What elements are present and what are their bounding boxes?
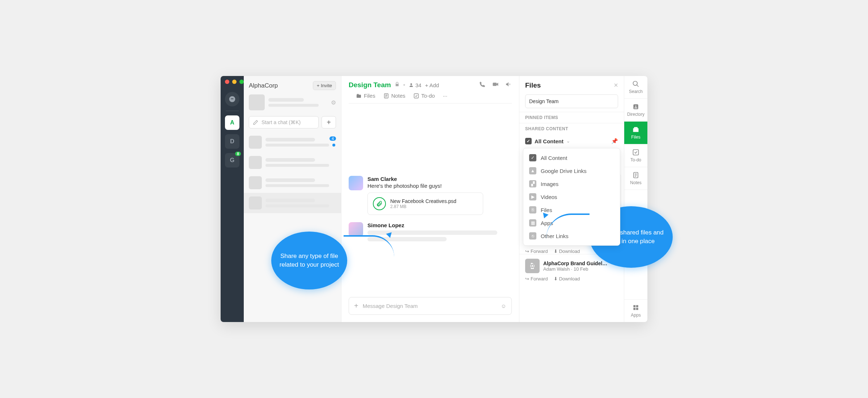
chevron-down-icon: ⌄ bbox=[566, 139, 570, 144]
attachment-size: 2.87 MB bbox=[390, 204, 456, 209]
files-icon bbox=[632, 126, 639, 133]
app-window: A D G 8 AlphaCorp + Invite ⚙ Start a cha… bbox=[221, 76, 647, 322]
rail-apps[interactable]: Apps bbox=[624, 299, 647, 322]
svg-rect-4 bbox=[357, 94, 361, 98]
unread-badge: 4 bbox=[329, 136, 336, 141]
svg-point-2 bbox=[410, 83, 412, 85]
svg-rect-14 bbox=[633, 308, 635, 310]
search-icon bbox=[632, 80, 639, 88]
files-search-input[interactable]: Design Team bbox=[525, 94, 618, 108]
todo-tab-icon bbox=[413, 93, 419, 99]
file-meta: Adam Walsh · 10 Feb bbox=[543, 266, 618, 272]
new-chat-button[interactable]: + bbox=[322, 116, 336, 128]
rail-todo[interactable]: To-do bbox=[624, 144, 647, 167]
current-user-avatar[interactable] bbox=[249, 94, 265, 110]
apps-icon bbox=[632, 304, 639, 311]
filter-option-all[interactable]: ✓All Content bbox=[523, 151, 620, 164]
workspace-rail: A D G 8 bbox=[221, 76, 244, 322]
video-icon[interactable] bbox=[492, 81, 499, 89]
svg-point-7 bbox=[633, 81, 638, 86]
message-text: Here's the photoshop file guys! bbox=[367, 183, 512, 189]
chat-item-active[interactable] bbox=[244, 193, 341, 213]
gear-icon[interactable]: ⚙ bbox=[331, 99, 336, 106]
message-author: Simone Lopez bbox=[367, 222, 512, 228]
callout-share-files: Share any type of file related to your p… bbox=[271, 232, 347, 289]
svg-rect-15 bbox=[636, 308, 638, 310]
pin-icon[interactable]: 📌 bbox=[611, 138, 618, 144]
attachment-name: New Facebook Creatives.psd bbox=[390, 198, 456, 204]
forward-button[interactable]: ↪ Forward bbox=[525, 276, 548, 281]
right-rail: Search Directory Files To-do Notes Apps bbox=[624, 76, 647, 322]
chat-main: Design Team • 34 + Add Files bbox=[341, 76, 519, 322]
message-composer[interactable]: + Message Design Team ☺ bbox=[349, 297, 512, 315]
svg-rect-3 bbox=[493, 83, 497, 86]
call-icon[interactable] bbox=[479, 81, 486, 89]
svg-rect-12 bbox=[633, 305, 635, 307]
composer-add-icon[interactable]: + bbox=[354, 302, 358, 310]
window-controls bbox=[225, 80, 244, 84]
rail-directory[interactable]: Directory bbox=[624, 99, 647, 122]
compose-icon bbox=[253, 119, 259, 125]
emoji-icon[interactable]: ☺ bbox=[501, 303, 506, 309]
attachment-icon bbox=[373, 197, 386, 210]
start-chat-placeholder: Start a chat (⌘K) bbox=[261, 119, 301, 125]
filter-option-videos[interactable]: ▶Videos bbox=[523, 190, 620, 203]
files-panel: Files × Design Team PINNED ITEMS SHARED … bbox=[519, 76, 624, 322]
chat-item[interactable] bbox=[244, 173, 341, 193]
tab-todo[interactable]: To-do bbox=[413, 93, 435, 99]
channel-name[interactable]: Design Team bbox=[349, 81, 391, 89]
svg-rect-1 bbox=[231, 98, 234, 99]
invite-button[interactable]: + Invite bbox=[313, 81, 336, 90]
unread-dot-icon bbox=[332, 144, 335, 147]
shared-section-label: SHARED CONTENT bbox=[519, 123, 624, 134]
workspace-d[interactable]: D bbox=[225, 134, 239, 149]
notes-tab-icon bbox=[383, 93, 389, 99]
workspace-g[interactable]: G 8 bbox=[225, 153, 239, 168]
svg-rect-13 bbox=[636, 305, 638, 307]
chat-item[interactable] bbox=[244, 152, 341, 173]
workspace-badge: 8 bbox=[235, 152, 241, 156]
rail-files[interactable]: Files bbox=[624, 122, 647, 144]
tab-notes[interactable]: Notes bbox=[383, 93, 405, 99]
maximize-window-icon[interactable] bbox=[239, 80, 244, 84]
start-chat-input[interactable]: Start a chat (⌘K) bbox=[249, 116, 319, 128]
forward-button[interactable]: ↪ Forward bbox=[525, 249, 548, 254]
member-count[interactable]: 34 bbox=[409, 82, 421, 88]
rail-notes[interactable]: Notes bbox=[624, 167, 647, 190]
minimize-window-icon[interactable] bbox=[232, 80, 237, 84]
rail-search[interactable]: Search bbox=[624, 76, 647, 99]
close-window-icon[interactable] bbox=[225, 80, 229, 84]
download-button[interactable]: ⬇ Download bbox=[554, 276, 580, 281]
composer-placeholder: Message Design Team bbox=[363, 303, 418, 309]
tab-files[interactable]: Files bbox=[356, 93, 375, 99]
svg-rect-6 bbox=[414, 94, 418, 98]
chat-item[interactable]: 4 bbox=[244, 132, 341, 152]
pdf-icon bbox=[525, 259, 540, 273]
org-name: AlphaCorp bbox=[249, 82, 278, 89]
file-attachment[interactable]: New Facebook Creatives.psd 2.87 MB bbox=[367, 192, 483, 215]
files-panel-title: Files bbox=[525, 81, 541, 89]
filter-option-images[interactable]: ▞Images bbox=[523, 177, 620, 190]
message-author: Sam Clarke bbox=[367, 176, 512, 182]
avatar[interactable] bbox=[349, 222, 363, 237]
person-icon bbox=[409, 82, 414, 88]
content-filter[interactable]: ✓ All Content ⌄ 📌 bbox=[519, 134, 624, 148]
avatar[interactable] bbox=[349, 176, 363, 190]
todo-icon bbox=[632, 149, 639, 156]
pinned-section-label: PINNED ITEMS bbox=[519, 112, 624, 123]
filter-option-gdrive[interactable]: ▲Google Drive Links bbox=[523, 164, 620, 177]
lock-icon bbox=[395, 82, 400, 88]
more-icon[interactable]: ··· bbox=[443, 93, 447, 99]
close-icon[interactable]: × bbox=[614, 81, 618, 89]
checkbox-icon: ✓ bbox=[525, 138, 532, 144]
message: Sam Clarke Here's the photoshop file guy… bbox=[349, 176, 512, 215]
download-button[interactable]: ⬇ Download bbox=[554, 249, 580, 254]
add-member-button[interactable]: + Add bbox=[425, 82, 439, 88]
svg-point-9 bbox=[635, 106, 636, 107]
app-logo-icon[interactable] bbox=[225, 92, 239, 106]
svg-rect-10 bbox=[633, 150, 639, 155]
workspace-a[interactable]: A bbox=[225, 115, 239, 130]
files-tab-icon bbox=[356, 93, 362, 99]
directory-icon bbox=[632, 103, 639, 110]
speaker-icon[interactable] bbox=[505, 81, 512, 89]
